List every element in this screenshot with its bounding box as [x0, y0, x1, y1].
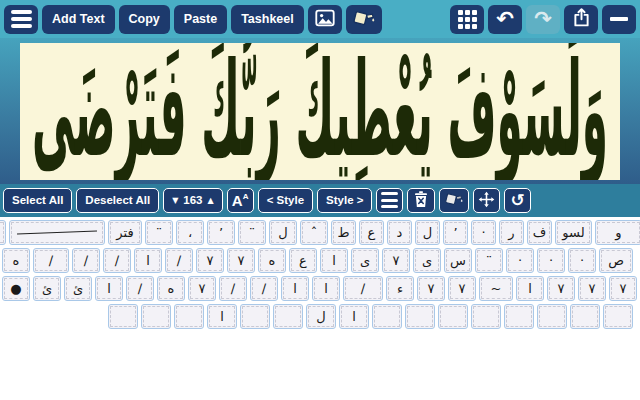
glyph-key[interactable]: ى	[413, 248, 441, 273]
glyph-key[interactable]: ا	[95, 276, 123, 301]
glyph-key[interactable]: س	[444, 248, 472, 273]
glyph-key[interactable]: لسو	[555, 220, 592, 245]
glyph-key[interactable]: ∕	[343, 276, 383, 301]
glyph-key[interactable]: ا	[207, 304, 237, 329]
glyph-key[interactable]	[240, 304, 270, 329]
glyph-key[interactable]: ل	[306, 304, 336, 329]
glyph-key[interactable]: ى	[351, 248, 379, 273]
glyph-key[interactable]: ∕	[165, 248, 193, 273]
glyph-key[interactable]: ٧	[448, 276, 476, 301]
glyph-key[interactable]: ه	[157, 276, 185, 301]
minimize-button[interactable]	[602, 5, 636, 34]
glyph-key[interactable]: و	[595, 220, 640, 245]
glyph-key[interactable]: ∕	[103, 248, 131, 273]
glyph-key[interactable]: ٧	[227, 248, 255, 273]
glyph-key[interactable]: ط	[331, 220, 356, 245]
glyph-key[interactable]: ·	[537, 248, 565, 273]
add-text-button[interactable]: Add Text	[42, 5, 115, 34]
glyph-key[interactable]: ·	[506, 248, 534, 273]
glyph-key[interactable]	[141, 304, 171, 329]
glyph-key[interactable]	[504, 304, 534, 329]
copy-button[interactable]: Copy	[119, 5, 170, 34]
glyph-key[interactable]	[537, 304, 567, 329]
glyph-key[interactable]: ء	[386, 276, 414, 301]
glyph-key[interactable]: ا	[339, 304, 369, 329]
paste-button[interactable]: Paste	[174, 5, 227, 34]
glyph-key[interactable]	[273, 304, 303, 329]
size-decrease-icon[interactable]: ▼	[172, 196, 178, 205]
glyph-key[interactable]: ∕	[219, 276, 247, 301]
glyph-key[interactable]: ٧	[547, 276, 575, 301]
delete-button[interactable]	[407, 188, 435, 213]
glyph-key[interactable]: ∕	[72, 248, 100, 273]
next-style-button[interactable]: Style >	[317, 188, 372, 213]
insert-image-button[interactable]	[308, 5, 342, 34]
glyph-key[interactable]	[9, 220, 105, 245]
background-fill-button[interactable]	[346, 5, 382, 34]
glyph-key[interactable]: ¨	[145, 220, 173, 245]
undo-button[interactable]: ↶	[488, 5, 522, 34]
glyph-key[interactable]: ل	[415, 220, 440, 245]
glyph-key[interactable]: ه	[258, 248, 286, 273]
glyph-key[interactable]: ∕	[250, 276, 278, 301]
glyph-menu-button[interactable]	[376, 188, 403, 213]
glyph-key[interactable]: ع	[289, 248, 317, 273]
font-size-stepper[interactable]: ▼ 163 ▲	[163, 188, 223, 213]
glyph-key[interactable]: ·	[471, 220, 496, 245]
glyph-key[interactable]	[570, 304, 600, 329]
glyph-key[interactable]: ٬	[443, 220, 468, 245]
move-button[interactable]	[473, 188, 500, 213]
glyph-key[interactable]: ا	[134, 248, 162, 273]
glyph-key[interactable]: ا	[516, 276, 544, 301]
glyph-key[interactable]: ا	[312, 276, 340, 301]
calligraphy-canvas[interactable]: وَلَسَوْفَ يُعْطِيكَ رَبُّكَ فَتَرْضَى	[20, 43, 620, 180]
glyph-key[interactable]	[372, 304, 402, 329]
deselect-all-button[interactable]: Deselect All	[76, 188, 159, 213]
glyph-key[interactable]: ا	[320, 248, 348, 273]
calligraphy-text[interactable]: وَلَسَوْفَ يُعْطِيكَ رَبُّكَ فَتَرْضَى	[32, 43, 608, 180]
glyph-key[interactable]: ئ	[64, 276, 92, 301]
glyph-key[interactable]: ص	[599, 248, 633, 273]
prev-style-button[interactable]: < Style	[258, 188, 313, 213]
glyph-key[interactable]	[471, 304, 501, 329]
glyph-key[interactable]: د	[387, 220, 412, 245]
glyph-key[interactable]: ٧	[578, 276, 606, 301]
main-menu-button[interactable]	[4, 5, 38, 34]
glyph-key[interactable]: ∕	[126, 276, 154, 301]
glyph-key[interactable]: ~	[479, 276, 513, 301]
rotate-button[interactable]: ↺	[504, 188, 531, 213]
glyph-key[interactable]: ل	[269, 220, 297, 245]
glyph-key[interactable]: ٧	[417, 276, 445, 301]
glyph-key[interactable]	[405, 304, 435, 329]
glyph-key[interactable]: ·	[568, 248, 596, 273]
glyph-key[interactable]: ¨	[475, 248, 503, 273]
layout-grid-button[interactable]	[450, 5, 484, 34]
glyph-key[interactable]	[438, 304, 468, 329]
tashkeel-button[interactable]: Tashkeel	[231, 5, 304, 34]
glyph-key[interactable]: ●	[2, 276, 30, 301]
glyph-key[interactable]: ∕	[33, 248, 69, 273]
glyph-key[interactable]: ه	[2, 248, 30, 273]
glyph-key[interactable]	[174, 304, 204, 329]
glyph-key[interactable]: ف	[527, 220, 552, 245]
glyph-key[interactable]	[603, 304, 633, 329]
redo-button[interactable]: ↷	[526, 5, 560, 34]
share-button[interactable]	[564, 5, 598, 34]
glyph-key[interactable]: فتر	[108, 220, 142, 245]
glyph-key[interactable]: ا	[281, 276, 309, 301]
glyph-key[interactable]: ¨	[238, 220, 266, 245]
glyph-key[interactable]: ،	[176, 220, 204, 245]
size-increase-icon[interactable]: ▲	[207, 196, 213, 205]
font-size-button[interactable]: AA	[227, 188, 254, 213]
glyph-key[interactable]	[108, 304, 138, 329]
select-all-button[interactable]: Select All	[3, 188, 72, 213]
glyph-key[interactable]: ع	[359, 220, 384, 245]
glyph-fill-button[interactable]	[439, 188, 469, 213]
glyph-key[interactable]	[0, 220, 6, 245]
glyph-key[interactable]: ٧	[382, 248, 410, 273]
glyph-key[interactable]: ٧	[196, 248, 224, 273]
glyph-key[interactable]: ٧	[188, 276, 216, 301]
glyph-key[interactable]: ٬	[207, 220, 235, 245]
glyph-key[interactable]: ˆ	[300, 220, 328, 245]
glyph-key[interactable]: ٧	[609, 276, 637, 301]
